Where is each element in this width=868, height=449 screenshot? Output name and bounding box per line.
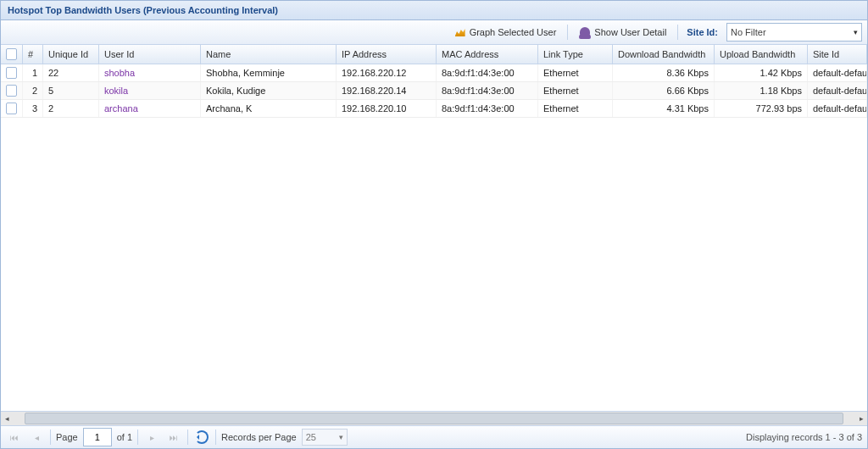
cell-unique-id: 22 bbox=[43, 64, 99, 81]
graph-selected-user-button[interactable]: Graph Selected User bbox=[448, 24, 563, 41]
title-bar: Hotspot Top Bandwidth Users (Previous Ac… bbox=[1, 1, 867, 20]
site-id-select[interactable]: No Filter ▾ bbox=[726, 23, 862, 42]
row-checkbox[interactable] bbox=[1, 82, 23, 99]
cell-mac: 8a:9d:f1:d4:3e:00 bbox=[437, 82, 538, 99]
separator bbox=[567, 25, 568, 40]
separator bbox=[215, 430, 216, 445]
toolbar: Graph Selected User Show User Detail Sit… bbox=[1, 20, 867, 45]
column-index[interactable]: # bbox=[23, 45, 43, 64]
cell-link-type: Ethernet bbox=[538, 100, 613, 117]
refresh-icon bbox=[195, 430, 209, 444]
page-of-label: of 1 bbox=[117, 432, 132, 442]
grid-header: # Unique Id User Id Name IP Address MAC … bbox=[1, 45, 867, 64]
site-id-value: No Filter bbox=[731, 27, 766, 37]
column-ip[interactable]: IP Address bbox=[337, 45, 437, 64]
checkbox-icon bbox=[6, 103, 17, 114]
checkbox-icon bbox=[6, 85, 17, 97]
records-per-page-select[interactable]: 25 ▾ bbox=[302, 429, 348, 446]
cell-site: default-default bbox=[808, 100, 867, 117]
cell-download: 8.36 Kbps bbox=[613, 64, 715, 81]
panel: Hotspot Top Bandwidth Users (Previous Ac… bbox=[0, 0, 868, 449]
cell-site: default-default bbox=[808, 82, 867, 99]
column-site[interactable]: Site Id bbox=[808, 45, 867, 64]
cell-name: Archana, K bbox=[201, 100, 337, 117]
cell-download: 4.31 Kbps bbox=[613, 100, 715, 117]
show-user-detail-label: Show User Detail bbox=[594, 27, 666, 37]
page-title: Hotspot Top Bandwidth Users (Previous Ac… bbox=[8, 5, 278, 15]
checkbox-icon bbox=[6, 67, 17, 79]
show-user-detail-button[interactable]: Show User Detail bbox=[573, 24, 672, 41]
scroll-right-icon: ▸ bbox=[855, 413, 867, 424]
checkbox-icon bbox=[6, 48, 17, 60]
row-checkbox[interactable] bbox=[1, 100, 23, 117]
cell-user-id-link[interactable]: shobha bbox=[99, 64, 201, 81]
cell-unique-id: 5 bbox=[43, 82, 99, 99]
cell-download: 6.66 Kbps bbox=[613, 82, 715, 99]
cell-user-id-link[interactable]: archana bbox=[99, 100, 201, 117]
table-row[interactable]: 25kokilaKokila, Kudige192.168.220.148a:9… bbox=[1, 82, 867, 100]
column-name[interactable]: Name bbox=[201, 45, 337, 64]
site-id-label: Site Id: bbox=[683, 27, 721, 37]
records-per-page-label: Records per Page bbox=[221, 432, 297, 442]
chevron-down-icon: ▾ bbox=[339, 433, 343, 441]
column-mac[interactable]: MAC Address bbox=[437, 45, 538, 64]
column-user-id[interactable]: User Id bbox=[99, 45, 201, 64]
page-label: Page bbox=[56, 432, 78, 442]
cell-upload: 1.18 Kbps bbox=[715, 82, 808, 99]
cell-upload: 1.42 Kbps bbox=[715, 64, 808, 81]
first-page-button[interactable]: ⏮ bbox=[6, 429, 23, 446]
column-download[interactable]: Download Bandwidth bbox=[613, 45, 715, 64]
cell-index: 1 bbox=[23, 64, 43, 81]
page-input[interactable] bbox=[83, 428, 112, 446]
cell-name: Shobha, Kemminje bbox=[201, 64, 337, 81]
scroll-thumb[interactable] bbox=[25, 413, 843, 424]
status-text: Displaying records 1 - 3 of 3 bbox=[746, 432, 862, 442]
cell-ip: 192.168.220.10 bbox=[337, 100, 437, 117]
cell-ip: 192.168.220.12 bbox=[337, 64, 437, 81]
cell-name: Kokila, Kudige bbox=[201, 82, 337, 99]
separator bbox=[187, 430, 188, 445]
records-per-page-value: 25 bbox=[306, 432, 316, 442]
grid-body: 122shobhaShobha, Kemminje192.168.220.128… bbox=[1, 64, 867, 411]
user-icon bbox=[579, 26, 591, 38]
cell-upload: 772.93 bps bbox=[715, 100, 808, 117]
separator bbox=[137, 430, 138, 445]
pagination-bar: ⏮ ◂ Page of 1 ▸ ⏭ Records per Page 25 ▾ … bbox=[1, 425, 867, 448]
table-row[interactable]: 122shobhaShobha, Kemminje192.168.220.128… bbox=[1, 64, 867, 82]
column-upload[interactable]: Upload Bandwidth bbox=[715, 45, 808, 64]
column-unique-id[interactable]: Unique Id bbox=[43, 45, 99, 64]
cell-site: default-default bbox=[808, 64, 867, 81]
column-checkbox[interactable] bbox=[1, 45, 23, 64]
cell-unique-id: 2 bbox=[43, 100, 99, 117]
scroll-left-icon: ◂ bbox=[1, 413, 13, 424]
bar-chart-icon bbox=[454, 26, 466, 38]
graph-selected-user-label: Graph Selected User bbox=[470, 27, 557, 37]
row-checkbox[interactable] bbox=[1, 64, 23, 81]
cell-mac: 8a:9d:f1:d4:3e:00 bbox=[437, 100, 538, 117]
chevron-down-icon: ▾ bbox=[854, 28, 858, 36]
table-row[interactable]: 32archanaArchana, K192.168.220.108a:9d:f… bbox=[1, 100, 867, 118]
cell-index: 2 bbox=[23, 82, 43, 99]
column-link-type[interactable]: Link Type bbox=[538, 45, 613, 64]
cell-index: 3 bbox=[23, 100, 43, 117]
cell-user-id-link[interactable]: kokila bbox=[99, 82, 201, 99]
cell-mac: 8a:9d:f1:d4:3e:00 bbox=[437, 64, 538, 81]
cell-link-type: Ethernet bbox=[538, 82, 613, 99]
cell-link-type: Ethernet bbox=[538, 64, 613, 81]
grid: # Unique Id User Id Name IP Address MAC … bbox=[1, 45, 867, 425]
horizontal-scrollbar[interactable]: ◂ ▸ bbox=[1, 411, 867, 425]
refresh-button[interactable] bbox=[193, 429, 210, 446]
cell-ip: 192.168.220.14 bbox=[337, 82, 437, 99]
separator bbox=[50, 430, 51, 445]
last-page-button[interactable]: ⏭ bbox=[165, 429, 182, 446]
separator bbox=[677, 25, 678, 40]
prev-page-button[interactable]: ◂ bbox=[28, 429, 45, 446]
next-page-button[interactable]: ▸ bbox=[143, 429, 160, 446]
